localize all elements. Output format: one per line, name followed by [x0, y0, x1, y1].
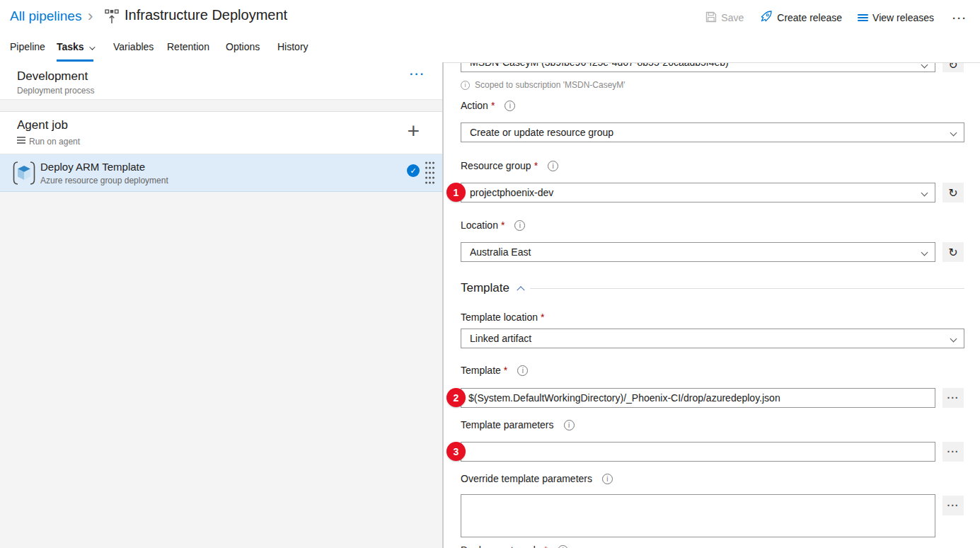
chevron-up-icon [517, 286, 524, 294]
save-button[interactable]: Save [705, 11, 744, 25]
template-location-label: Template location* [461, 312, 544, 323]
resource-group-label: Resource group* i [461, 160, 558, 171]
template-section-toggle[interactable]: Template [461, 281, 524, 295]
tab-options[interactable]: Options [226, 41, 260, 52]
refresh-icon: ↻ [948, 246, 957, 259]
header-bar: All pipelines › Infrastructure Deploymen… [0, 0, 980, 34]
chevron-down-icon [950, 336, 957, 343]
refresh-icon: ↻ [948, 62, 957, 72]
task-settings-panel: MSDN-CaseyM (3b9fbe96-f25e-4d67-8b55-20c… [444, 62, 980, 548]
template-location-dropdown[interactable]: Linked artifact [461, 329, 964, 348]
browse-template-parameters-button[interactable]: ··· [942, 442, 964, 462]
stage-title: Development [17, 69, 88, 84]
view-releases-label: View releases [872, 12, 934, 23]
template-location-value: Linked artifact [470, 333, 531, 344]
tab-pipeline[interactable]: Pipeline [10, 41, 45, 52]
tab-history[interactable]: History [277, 41, 309, 52]
step-badge-3: 3 [446, 442, 466, 461]
stage-development[interactable]: Development Deployment process ··· [0, 62, 442, 100]
chevron-down-icon [921, 62, 928, 68]
template-parameters-info-icon[interactable]: i [564, 420, 575, 430]
action-value: Create or update resource group [470, 127, 613, 138]
task-title: Deploy ARM Template [40, 161, 145, 173]
action-label: Action* i [461, 100, 515, 111]
refresh-resource-group-button[interactable]: ↻ [942, 183, 964, 202]
arm-template-cube-icon [11, 160, 37, 189]
location-value: Australia East [470, 246, 531, 258]
agent-icon [17, 136, 25, 147]
header-actions: Save Create release View releases · [705, 10, 970, 25]
chevron-down-icon [921, 249, 928, 256]
stage-more-button[interactable]: ··· [410, 68, 425, 81]
refresh-icon: ↻ [948, 186, 957, 200]
breadcrumb-separator: › [88, 7, 93, 25]
override-template-parameters-textarea[interactable] [461, 494, 935, 537]
template-label: Template* i [461, 365, 528, 376]
tab-retention[interactable]: Retention [167, 41, 209, 52]
template-parameters-input[interactable] [461, 442, 935, 462]
step-badge-1: 1 [446, 183, 466, 202]
list-icon [858, 13, 868, 23]
task-selected-check-icon: ✓ [407, 164, 420, 177]
task-subtitle: Azure resource group deployment [40, 176, 168, 185]
header-more-button[interactable]: ··· [950, 12, 970, 24]
release-pipeline-icon [105, 9, 119, 28]
agent-job-title: Agent job [17, 118, 68, 132]
azure-subscription-value: MSDN-CaseyM (3b9fbe96-f25e-4d67-8b55-20c… [470, 62, 729, 68]
override-parameters-info-icon[interactable]: i [602, 474, 613, 484]
save-label: Save [721, 12, 744, 23]
template-parameters-label: Template parameters i [461, 419, 575, 430]
chevron-down-icon [89, 44, 95, 50]
browse-template-button[interactable]: ··· [942, 388, 964, 408]
template-input[interactable] [461, 388, 935, 408]
pipeline-stages-panel: Development Deployment process ··· Agent… [0, 62, 442, 548]
template-info-icon[interactable]: i [517, 365, 528, 376]
refresh-location-button[interactable]: ↻ [942, 242, 964, 262]
deployment-mode-label: Deployment mode* i [461, 544, 568, 548]
resource-group-value: projectphoenix-dev [470, 187, 553, 198]
location-info-icon[interactable]: i [514, 220, 525, 231]
chevron-down-icon [921, 190, 928, 197]
info-icon: i [461, 81, 470, 90]
ellipsis-icon: ··· [947, 446, 959, 457]
section-divider [530, 288, 964, 289]
app-window: All pipelines › Infrastructure Deploymen… [0, 0, 980, 548]
agent-job-row[interactable]: Agent job Run on agent + [0, 111, 442, 154]
task-deploy-arm-template[interactable]: Deploy ARM Template Azure resource group… [0, 154, 442, 192]
azure-subscription-combobox[interactable]: MSDN-CaseyM (3b9fbe96-f25e-4d67-8b55-20c… [461, 62, 935, 72]
create-release-button[interactable]: Create release [759, 10, 842, 25]
step-badge-2: 2 [446, 388, 466, 407]
breadcrumb-all-pipelines[interactable]: All pipelines [10, 8, 81, 24]
save-icon [705, 11, 717, 25]
location-label: Location* i [461, 219, 525, 231]
stage-subtitle: Deployment process [17, 86, 94, 96]
edit-override-parameters-button[interactable]: ··· [942, 496, 964, 515]
action-dropdown[interactable]: Create or update resource group [461, 122, 964, 142]
resource-group-combobox[interactable]: projectphoenix-dev [461, 183, 935, 202]
resource-group-info-icon[interactable]: i [548, 161, 558, 171]
add-task-button[interactable]: + [407, 120, 420, 142]
ellipsis-icon: ··· [947, 500, 959, 511]
create-release-label: Create release [777, 12, 842, 23]
active-tab-indicator [57, 59, 93, 62]
refresh-subscription-button[interactable]: ↻ [942, 62, 964, 72]
view-releases-button[interactable]: View releases [858, 12, 934, 23]
agent-job-subtitle: Run on agent [29, 137, 80, 147]
page-title: Infrastructure Deployment [125, 7, 287, 23]
subscription-scope-note: i Scoped to subscription 'MSDN-CaseyM' [461, 80, 626, 90]
action-info-icon[interactable]: i [505, 101, 515, 111]
ellipsis-icon: ··· [947, 392, 959, 404]
chevron-down-icon [950, 130, 957, 137]
override-template-parameters-label: Override template parameters i [461, 473, 613, 484]
tab-bar: Pipeline Tasks Variables Retention Optio… [0, 34, 980, 62]
rocket-icon [759, 10, 773, 25]
drag-handle-icon[interactable] [425, 160, 435, 190]
deployment-mode-info-icon[interactable]: i [558, 545, 568, 548]
tab-tasks[interactable]: Tasks [57, 41, 93, 52]
tab-variables[interactable]: Variables [113, 41, 154, 52]
location-combobox[interactable]: Australia East [461, 242, 935, 262]
